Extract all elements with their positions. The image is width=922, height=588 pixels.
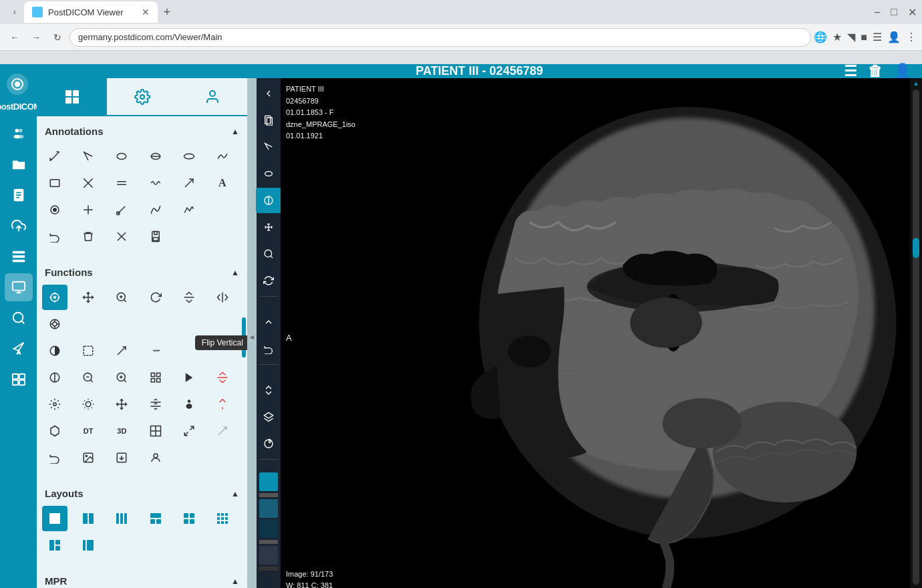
vt-color-block5[interactable] [259,573,278,588]
mpr-collapse-btn[interactable]: ▲ [231,577,239,586]
tool-grid[interactable] [143,365,168,390]
tool-multiline[interactable] [176,197,202,223]
tool-rectangle[interactable] [42,170,67,196]
scroll-thumb[interactable] [913,238,919,258]
tool-person[interactable] [176,392,202,417]
tool-pencil[interactable] [109,338,134,363]
sidebar-icon[interactable]: ☰ [873,31,882,43]
tool-save-annotations[interactable] [143,224,168,249]
minimize-btn[interactable]: – [874,6,880,18]
vt-scroll-ud[interactable] [256,378,281,403]
tool-angle[interactable] [75,144,101,169]
reload-btn[interactable]: ↻ [48,28,67,47]
tool-clear-all[interactable] [75,224,101,249]
tool-diagonal-arrow[interactable] [210,418,235,444]
tool-ruler[interactable] [42,144,67,169]
layout-sidebar-main[interactable] [75,533,101,558]
tool-crosshair-target[interactable] [42,311,67,337]
layout-1-left-4-right[interactable] [42,533,67,558]
tab-tools[interactable] [37,78,107,115]
panel-collapse-handle[interactable]: ◄ [247,78,257,588]
sidebar-item-worklist[interactable] [5,243,33,271]
layout-2x2[interactable] [176,506,202,531]
tool-undo-func[interactable] [42,445,67,470]
tool-sun[interactable] [75,392,101,417]
tool-3d-label[interactable]: 3D [109,418,134,444]
tool-marker[interactable]: 〰 [143,338,168,363]
sidebar-item-reports[interactable] [5,181,33,209]
tool-point[interactable] [42,197,67,223]
tool-settings-gear[interactable] [42,392,67,417]
vt-wl-active[interactable] [256,188,281,213]
vt-color-block2[interactable] [259,499,278,518]
annotations-collapse-btn[interactable]: ▲ [231,127,239,136]
extensions-icon[interactable]: ■ [861,31,867,43]
tool-undo[interactable] [42,224,67,249]
delete-icon[interactable]: 🗑 [868,63,883,80]
tool-pan[interactable] [75,285,101,310]
tool-rotate[interactable] [143,285,168,310]
sidebar-item-multiscreen[interactable] [5,365,33,394]
vt-pages[interactable] [256,108,281,133]
layout-3x1[interactable] [109,506,134,531]
sidebar-item-folder[interactable] [5,150,33,178]
layout-2x1[interactable] [75,506,101,531]
tool-wide-ellipse[interactable] [176,144,202,169]
vt-cycle[interactable] [256,431,281,456]
tab-prev-btn[interactable]: ‹ [5,3,24,21]
tool-plus-cursor[interactable] [75,197,101,223]
tab-settings[interactable] [107,78,177,115]
sidebar-item-search[interactable] [5,304,33,332]
tool-image-export[interactable] [109,445,134,470]
vt-angle[interactable] [256,134,281,160]
profile-icon[interactable]: 👤 [887,31,901,43]
tool-tag[interactable] [42,418,67,444]
tool-zoom[interactable] [109,285,134,310]
tool-flip-vertical-red[interactable]: Flip Vertical [210,365,235,390]
sidebar-item-upload[interactable] [5,212,33,240]
back-btn[interactable]: ← [5,28,24,47]
tool-collapse-grid[interactable] [176,418,202,444]
tool-freehand[interactable] [210,144,235,169]
tool-move-cross[interactable] [109,392,134,417]
vt-reset[interactable] [256,336,281,361]
scroll-track[interactable] [913,90,919,585]
tool-arrow-up-red[interactable] [210,392,235,417]
vt-color-block4[interactable] [259,546,278,565]
tool-arrow-diag[interactable] [176,170,202,196]
address-bar[interactable]: germany.postdicom.com/Viewer/Main [69,28,811,47]
tab-user[interactable] [177,78,247,115]
tool-ellipse[interactable] [109,144,134,169]
vt-ellipse-v[interactable] [256,161,281,186]
translate-icon[interactable]: 🌐 [814,31,827,43]
tool-overlay-grid[interactable] [143,418,168,444]
menu-icon[interactable]: ⋮ [906,31,917,43]
vt-reload[interactable] [256,268,281,293]
layout-3x3[interactable] [210,506,235,531]
tool-horiz-split[interactable] [143,392,168,417]
functions-collapse-btn[interactable]: ▲ [231,268,239,277]
scroll-up-btn[interactable]: ▲ [913,80,919,87]
window-icon[interactable]: ◥ [847,31,855,43]
vt-scroll-up[interactable] [256,309,281,335]
vt-search[interactable] [256,241,281,267]
user-icon[interactable]: 👤 [893,63,911,80]
tool-crosshair-zoom[interactable] [42,285,67,310]
vt-color-block3[interactable] [259,519,278,538]
tool-wl[interactable] [42,365,67,390]
tool-zoom-in[interactable] [109,365,134,390]
vt-move[interactable] [256,214,281,240]
tool-clear-selected[interactable] [109,224,134,249]
layout-2-top-1-bot[interactable] [143,506,168,531]
tool-user-overlay[interactable] [143,445,168,470]
tool-flip-h[interactable] [210,285,235,310]
sidebar-item-viewer[interactable] [5,273,33,301]
tool-probe[interactable] [109,197,134,223]
tool-roi[interactable] [75,338,101,363]
tool-invert[interactable] [42,338,67,363]
bookmark-icon[interactable]: ★ [832,31,842,43]
maximize-btn[interactable]: □ [891,6,897,18]
tool-dt-label[interactable]: DT [75,418,101,444]
layouts-collapse-btn[interactable]: ▲ [231,489,239,498]
tool-zoom-out[interactable] [75,365,101,390]
